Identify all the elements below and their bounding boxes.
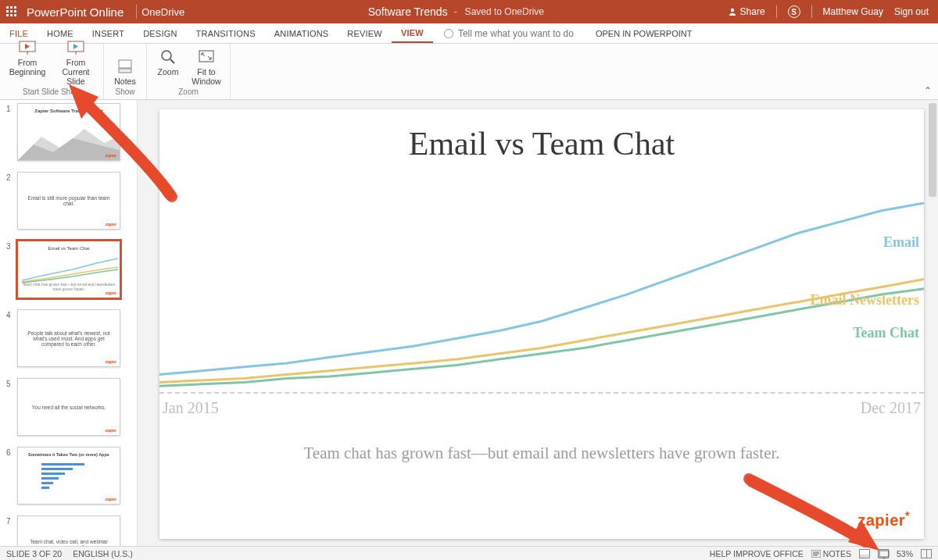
tab-review[interactable]: REVIEW [338, 23, 392, 43]
open-in-powerpoint[interactable]: OPEN IN POWERPOINT [585, 23, 703, 43]
document-title[interactable]: Software Trends [368, 5, 448, 18]
thumbnail[interactable]: People talk about what's newest, not wha… [17, 309, 120, 367]
btn-label: From Beginning [5, 58, 50, 77]
tab-transitions[interactable]: TRANSITIONS [187, 23, 265, 43]
svg-rect-0 [6, 6, 9, 9]
zapier-logo: zapier* [857, 512, 910, 530]
thumbnail[interactable]: Sometimes it Takes Two (or more) Appszap… [17, 447, 120, 505]
series-label-newsletters: Email Newsletters [811, 292, 919, 309]
ribbon-tabs: FILE HOME INSERT DESIGN TRANSITIONS ANIM… [0, 23, 938, 44]
language-label[interactable]: ENGLISH (U.S.) [73, 549, 132, 558]
fit-window-icon [197, 48, 216, 66]
notes-icon [116, 58, 134, 75]
thumbnail-number: 3 [6, 241, 14, 298]
thumbnail-number: 6 [6, 447, 14, 505]
normal-view-button[interactable] [859, 549, 870, 558]
svg-rect-4 [10, 10, 13, 12]
skype-icon[interactable]: S [788, 5, 800, 18]
thumbnail-row[interactable]: 2Email is still more popular than team c… [0, 169, 137, 237]
ribbon-group-show: Notes Show [104, 44, 147, 99]
btn-label: Fit to Window [188, 67, 225, 86]
fit-to-window-button[interactable]: Fit to Window [188, 48, 225, 86]
thumbnail[interactable]: Team chat, video call, and webinar app u… [17, 515, 120, 546]
svg-point-18 [162, 51, 171, 60]
fit-view-button[interactable] [921, 549, 932, 558]
tab-view[interactable]: VIEW [392, 23, 433, 43]
svg-rect-20 [199, 51, 213, 62]
tab-animations[interactable]: ANIMATIONS [265, 23, 338, 43]
svg-rect-1 [10, 6, 13, 9]
zoom-level[interactable]: 53% [897, 549, 913, 558]
thumbnail-row[interactable]: 3Email vs Team ChatTeam chat has grown f… [0, 237, 137, 306]
title-divider [136, 5, 137, 19]
svg-rect-8 [14, 14, 16, 16]
slide-stage: Email vs Team Chat Jan 2015 Dec 2017 Ema… [138, 100, 938, 546]
svg-rect-25 [41, 473, 65, 475]
thumbnail-row[interactable]: 7Team chat, video call, and webinar app … [0, 512, 137, 546]
location-label[interactable]: OneDrive [141, 6, 184, 18]
btn-label: Notes [114, 77, 135, 86]
btn-label: Zoom [158, 67, 179, 77]
thumbnail-number: 7 [6, 515, 14, 546]
notes-toggle[interactable]: NOTES [811, 549, 851, 558]
sign-out-link[interactable]: Sign out [894, 6, 929, 17]
title-separator [776, 5, 777, 18]
notes-button[interactable]: Notes [109, 58, 141, 86]
app-launcher-icon[interactable] [0, 0, 23, 23]
svg-point-9 [730, 9, 733, 12]
zoom-button[interactable]: Zoom [152, 48, 184, 86]
x-axis [159, 392, 924, 394]
thumbnail-number: 2 [6, 172, 14, 230]
svg-rect-17 [119, 69, 131, 73]
thumbnail[interactable]: Email vs Team ChatTeam chat has grown fa… [17, 241, 120, 298]
tell-me-search[interactable]: Tell me what you want to do [433, 23, 585, 43]
collapse-ribbon-icon[interactable]: ⌃ [924, 85, 932, 96]
thumbnail-row[interactable]: 4People talk about what's newest, not wh… [0, 306, 137, 375]
chart-area: Jan 2015 Dec 2017 Email Email Newsletter… [159, 187, 924, 422]
help-improve-link[interactable]: HELP IMPROVE OFFICE [710, 549, 804, 558]
thumbnail[interactable]: Zapier Software Trends Reportzapier [17, 103, 120, 161]
svg-rect-16 [119, 60, 131, 68]
thumbnail-row[interactable]: 1Zapier Software Trends Reportzapier [0, 100, 137, 169]
from-current-slide-button[interactable]: From Current Slide [53, 39, 98, 86]
thumbnail-number: 5 [6, 378, 14, 436]
slide-counter[interactable]: SLIDE 3 OF 20 [6, 549, 62, 558]
slide-thumbnail-panel[interactable]: 1Zapier Software Trends Reportzapier2Ema… [0, 100, 138, 546]
slideshow-view-button[interactable] [878, 549, 889, 558]
svg-rect-26 [41, 477, 59, 480]
share-button[interactable]: Share [728, 6, 765, 17]
group-label: Show [115, 86, 134, 98]
svg-rect-3 [6, 10, 9, 12]
group-label: Zoom [178, 86, 199, 98]
slide-canvas[interactable]: Email vs Team Chat Jan 2015 Dec 2017 Ema… [159, 109, 924, 539]
title-separator [811, 5, 812, 18]
tab-design[interactable]: DESIGN [134, 23, 186, 43]
thumbnail-row[interactable]: 5You need all the social networks.zapier [0, 375, 137, 444]
from-beginning-button[interactable]: From Beginning [5, 39, 50, 86]
svg-rect-7 [10, 14, 13, 16]
brand-label: PowerPoint Online [23, 5, 131, 19]
user-name[interactable]: Matthew Guay [823, 6, 883, 17]
svg-rect-23 [41, 463, 84, 465]
slide-title: Email vs Team Chat [159, 109, 924, 162]
ribbon-group-slideshow: From Beginning From Current Slide Start … [0, 44, 104, 99]
svg-rect-27 [41, 482, 53, 484]
svg-rect-2 [14, 6, 16, 9]
svg-rect-5 [14, 10, 16, 12]
group-label: Start Slide Show [23, 86, 81, 98]
presentation-current-icon [66, 39, 85, 56]
thumbnail-row[interactable]: 6Sometimes it Takes Two (or more) Appsza… [0, 444, 137, 512]
xaxis-end-label: Dec 2017 [861, 399, 921, 417]
thumbnail[interactable]: You need all the social networks.zapier [17, 378, 120, 436]
vertical-scrollbar[interactable] [927, 100, 938, 546]
thumbnail-number: 1 [6, 103, 14, 161]
thumbnail[interactable]: Email is still more popular than team ch… [17, 172, 120, 230]
title-bar: PowerPoint Online OneDrive Software Tren… [0, 0, 938, 23]
share-icon [728, 7, 737, 16]
thumbnail-number: 4 [6, 309, 14, 367]
work-area: 1Zapier Software Trends Reportzapier2Ema… [0, 100, 938, 546]
presentation-icon [18, 39, 37, 56]
notes-label: NOTES [823, 549, 851, 558]
xaxis-start-label: Jan 2015 [163, 399, 219, 417]
save-status: - Saved to OneDrive [454, 6, 544, 17]
